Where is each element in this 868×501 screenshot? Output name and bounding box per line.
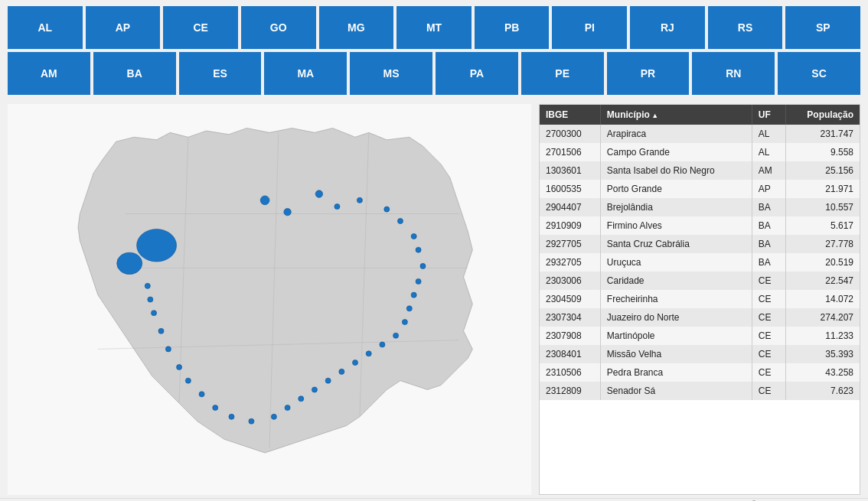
state-btn-ms[interactable]: MS [350, 52, 432, 95]
cell-municipio: Caridade [600, 272, 752, 290]
state-btn-pb[interactable]: PB [475, 6, 550, 49]
table-row[interactable]: 2308401Missão VelhaCE35.393 [540, 345, 860, 363]
svg-point-15 [411, 233, 416, 239]
cell-uf: AP [752, 180, 785, 198]
table-row[interactable]: 1600535Porto GrandeAP21.971 [540, 180, 860, 198]
state-row-1: ALAPCEGOMGMTPBPIRJRSSP [8, 6, 860, 49]
table-row[interactable]: 2932705UruçucaBA20.519 [540, 253, 860, 272]
main-container: ALAPCEGOMGMTPBPIRJRSSP AMBAESMAMSPAPEPRR… [0, 0, 868, 501]
table-row[interactable]: 2303006CaridadeCE22.547 [540, 272, 860, 290]
cell-municipio: Uruçuca [600, 253, 752, 272]
cell-populacao: 35.393 [785, 345, 860, 363]
svg-point-27 [325, 378, 331, 383]
state-btn-ce[interactable]: CE [163, 6, 238, 49]
svg-point-42 [145, 283, 150, 288]
cell-populacao: 14.072 [785, 290, 860, 308]
cell-populacao: 25.156 [785, 161, 860, 180]
table-row[interactable]: 2307908MartinópoleCE11.233 [540, 327, 860, 345]
state-btn-rj[interactable]: RJ [630, 6, 705, 49]
cell-populacao: 43.258 [785, 363, 860, 382]
cell-ibge: 2700300 [540, 125, 600, 143]
cell-ibge: 2910909 [540, 216, 600, 235]
cell-uf: CE [752, 327, 785, 345]
state-btn-pe[interactable]: PE [521, 52, 604, 95]
col-uf[interactable]: UF [752, 105, 785, 125]
cell-ibge: 2307908 [540, 327, 600, 345]
state-btn-es[interactable]: ES [179, 52, 262, 95]
cell-municipio: Pedra Branca [600, 363, 752, 382]
table-row[interactable]: 2910909Firmino AlvesBA5.617 [540, 216, 860, 235]
table-row[interactable]: 2927705Santa Cruz CabráliaBA27.778 [540, 235, 860, 253]
table-scroll[interactable]: IBGE Município UF População 2700300Arapi… [540, 105, 860, 494]
cell-populacao: 11.233 [785, 327, 860, 345]
cell-uf: BA [752, 235, 785, 253]
cell-ibge: 2308401 [540, 345, 600, 363]
state-btn-am[interactable]: AM [8, 52, 90, 95]
svg-point-38 [165, 346, 171, 352]
table-row[interactable]: 2700300ArapiracaAL231.747 [540, 125, 860, 143]
table-row[interactable]: 2904407BrejolândiaBA10.557 [540, 198, 860, 216]
map-area [8, 104, 531, 495]
state-btn-ap[interactable]: AP [86, 6, 161, 49]
cell-uf: CE [752, 290, 785, 308]
svg-point-32 [249, 418, 254, 424]
svg-point-34 [213, 405, 218, 411]
svg-point-8 [260, 196, 269, 205]
state-row-2: AMBAESMAMSPAPEPRRNSC [8, 52, 860, 95]
state-btn-ma[interactable]: MA [264, 52, 347, 95]
svg-point-31 [271, 414, 276, 419]
svg-point-17 [420, 263, 426, 268]
state-btn-pa[interactable]: PA [436, 52, 518, 95]
svg-point-9 [284, 208, 291, 215]
cell-uf: AL [752, 125, 785, 143]
state-btn-sc[interactable]: SC [778, 52, 860, 95]
cell-populacao: 274.207 [785, 308, 860, 327]
cell-municipio: Senador Sá [600, 382, 752, 400]
svg-point-10 [315, 190, 322, 197]
cell-municipio: Santa Cruz Cabrália [600, 235, 752, 253]
svg-point-16 [416, 247, 421, 252]
svg-point-24 [366, 351, 371, 356]
svg-point-40 [152, 311, 157, 316]
col-municipio[interactable]: Município [600, 105, 752, 125]
svg-point-18 [416, 278, 421, 284]
table-row[interactable]: 2312809Senador SáCE7.623 [540, 382, 860, 400]
state-btn-rs[interactable]: RS [708, 6, 783, 49]
col-ibge[interactable]: IBGE [540, 105, 600, 125]
svg-point-19 [411, 292, 416, 298]
cell-municipio: Martinópole [600, 327, 752, 345]
cell-ibge: 2310506 [540, 363, 600, 382]
state-btn-sp[interactable]: SP [785, 6, 860, 49]
cell-populacao: 21.971 [785, 180, 860, 198]
state-btn-mt[interactable]: MT [396, 6, 472, 49]
table-row[interactable]: 2310506Pedra BrancaCE43.258 [540, 363, 860, 382]
table-row[interactable]: 2304509FrecheirinhaCE14.072 [540, 290, 860, 308]
table-row[interactable]: 2307304Juazeiro do NorteCE274.207 [540, 308, 860, 327]
cell-uf: CE [752, 363, 785, 382]
table-row[interactable]: 2701506Campo GrandeAL9.558 [540, 143, 860, 161]
table-row[interactable]: 1303601Santa Isabel do Rio NegroAM25.156 [540, 161, 860, 180]
svg-point-13 [384, 207, 390, 212]
cell-ibge: 2303006 [540, 272, 600, 290]
table-header-row: IBGE Município UF População [540, 105, 860, 125]
state-btn-pr[interactable]: PR [607, 52, 690, 95]
state-btn-mg[interactable]: MG [319, 6, 394, 49]
cell-municipio: Frecheirinha [600, 290, 752, 308]
svg-point-7 [117, 252, 142, 274]
state-btn-ba[interactable]: BA [93, 52, 176, 95]
svg-point-23 [380, 342, 385, 347]
cell-uf: AM [752, 161, 785, 180]
col-populacao[interactable]: População [785, 105, 860, 125]
cell-ibge: 1303601 [540, 161, 600, 180]
state-btn-pi[interactable]: PI [552, 6, 627, 49]
state-btn-al[interactable]: AL [8, 6, 83, 49]
svg-point-20 [406, 306, 412, 311]
svg-point-14 [397, 218, 403, 223]
svg-point-29 [299, 396, 304, 402]
cell-populacao: 27.778 [785, 235, 860, 253]
bottom-bar: Microsoft Power BI - + 115% ⬡ ⤢ [0, 498, 868, 501]
data-table: IBGE Município UF População 2700300Arapi… [540, 105, 860, 400]
svg-point-12 [357, 197, 362, 203]
state-btn-go[interactable]: GO [241, 6, 316, 49]
state-btn-rn[interactable]: RN [692, 52, 775, 95]
